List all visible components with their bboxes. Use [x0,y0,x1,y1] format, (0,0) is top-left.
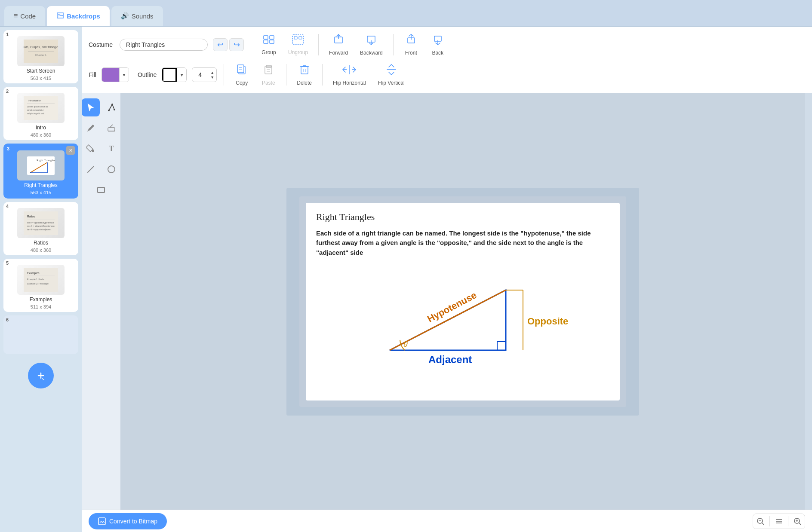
svg-text:adipiscing elit sed: adipiscing elit sed [27,112,44,115]
tool-row-2 [82,119,120,137]
fill-color-swatch [102,67,119,82]
back-button[interactable]: Back [427,32,449,58]
svg-text:sin θ = opposite/hypotenuse: sin θ = opposite/hypotenuse [27,221,54,224]
svg-rect-31 [270,36,274,39]
item-size-4: 480 x 360 [31,248,51,253]
costume-name-input[interactable] [120,39,208,51]
backward-icon [366,34,377,48]
zoom-reset-button[interactable] [772,514,786,529]
undo-button[interactable]: ↩ [213,38,228,51]
svg-text:Hypotenuse: Hypotenuse [425,290,478,324]
flip-vertical-label: Flip Vertical [378,80,405,86]
sidebar-item-5[interactable]: 5 ExamplesExample 1: Find xExample 2: Fi… [3,259,78,312]
tools-sidebar: T [82,93,120,510]
item-num-5: 5 [6,260,9,266]
item-num-2: 2 [6,89,9,94]
tool-eraser[interactable] [102,119,120,137]
tool-text[interactable]: T [102,140,120,158]
tool-reshape[interactable] [102,98,120,116]
tool-fill[interactable] [82,140,100,158]
tool-line[interactable] [82,160,100,178]
sidebar-item-2[interactable]: 2 IntroductionLorem ipsum dolor sitamet … [3,87,78,140]
item-thumb-1: Data, Graphs, and TrianglesChapter 1 [17,36,65,66]
zoom-out-icon [757,517,764,525]
code-icon: ≡ [14,12,18,20]
zoom-in-button[interactable] [790,514,805,529]
svg-rect-49 [301,67,308,74]
triangle-svg: θ Hypotenuse Opposite Adjacent [316,264,609,367]
flip-horizontal-button[interactable]: Flip Horizontal [329,62,369,88]
tool-row-5 [92,181,110,199]
svg-point-55 [111,104,113,105]
canvas-scrollbar[interactable] [805,93,812,510]
delete-badge-3[interactable]: ✕ [66,146,75,155]
tab-sounds[interactable]: 🔊 Sounds [111,6,163,26]
outline-color-button[interactable]: ▼ [162,67,187,82]
svg-text:Lorem ipsum dolor sit: Lorem ipsum dolor sit [27,105,48,108]
tab-backdrops[interactable]: Backdrops [47,6,110,26]
triangle-diagram: θ Hypotenuse Opposite Adjacent [316,264,609,367]
canvas-content: Right Triangles Each side of a right tri… [299,196,626,407]
svg-point-56 [114,109,115,110]
zoom-divider-2 [788,516,788,526]
flip-vertical-icon [385,64,397,78]
svg-rect-32 [264,40,268,43]
copy-button[interactable]: Copy [231,62,252,88]
canvas-description: Each side of a right triangle can be nam… [316,229,609,258]
svg-rect-1 [24,40,58,63]
fill-dropdown-icon: ▼ [119,67,129,82]
svg-rect-63 [497,342,506,350]
sidebar-item-3[interactable]: 3 ✕ Right Triangles Right Trangles 563 x… [3,144,78,199]
ungroup-button[interactable]: Ungroup [285,32,311,57]
svg-rect-30 [264,36,268,39]
tool-brush[interactable] [82,119,100,137]
toolbar-row-2: Fill ▼ Outline ▼ ▲ ▼ [89,62,805,88]
paste-button[interactable]: Paste [258,62,279,88]
item-num-3: 3 [7,146,9,151]
item-label-2: Intro [36,125,46,131]
stroke-size-input[interactable] [192,71,208,78]
backward-button[interactable]: Backward [357,32,386,58]
forward-button[interactable]: Forward [326,32,351,58]
convert-to-bitmap-label: Convert to Bitmap [109,518,157,525]
flip-vertical-button[interactable]: Flip Vertical [375,62,408,88]
tool-circle[interactable] [102,160,120,178]
tool-select[interactable] [82,98,100,116]
zoom-reset-icon [775,519,783,524]
convert-to-bitmap-button[interactable]: Convert to Bitmap [89,513,167,529]
stroke-up-button[interactable]: ▲ [208,70,216,75]
item-size-2: 480 x 360 [31,132,51,138]
svg-rect-33 [270,40,274,43]
item-label-1: Start Screen [27,68,55,74]
svg-text:Example 2: Find angle: Example 2: Find angle [27,282,49,285]
sidebar-item-1[interactable]: 1 Data, Graphs, and TrianglesChapter 1 S… [3,30,78,83]
item-thumb-4: Ratiossin θ = opposite/hypotenusecos θ =… [17,208,65,238]
delete-button[interactable]: Delete [293,62,315,88]
svg-rect-57 [108,128,115,131]
sidebar-item-6[interactable]: 6 [3,315,78,354]
backdrops-icon [56,12,64,20]
drawing-canvas[interactable]: Right Triangles Each side of a right tri… [120,93,805,510]
front-button[interactable]: Front [400,32,422,58]
svg-text:Introduction: Introduction [28,99,41,102]
toolbar-top: Costume ↩ ↪ Group Ungro [82,27,812,93]
svg-point-54 [108,110,110,111]
divider-5 [286,64,286,86]
stroke-down-button[interactable]: ▼ [208,75,216,79]
svg-rect-60 [98,187,105,193]
fill-color-button[interactable]: ▼ [102,67,129,82]
svg-text:Right Triangles: Right Triangles [37,159,55,162]
zoom-out-button[interactable] [753,514,768,529]
svg-rect-36 [299,37,302,39]
redo-button[interactable]: ↪ [229,38,244,51]
svg-rect-34 [292,35,304,44]
tool-rect[interactable] [92,181,110,199]
canvas-title: Right Triangles [316,211,609,223]
tool-row-4 [82,160,120,178]
tab-code[interactable]: ≡ Code [4,6,45,26]
svg-text:tan θ = opposite/adjacent: tan θ = opposite/adjacent [27,228,52,231]
add-backdrop-button[interactable] [28,363,54,388]
sidebar-item-4[interactable]: 4 Ratiossin θ = opposite/hypotenusecos θ… [3,202,78,255]
group-button[interactable]: Group [258,32,280,57]
svg-point-59 [108,166,115,173]
